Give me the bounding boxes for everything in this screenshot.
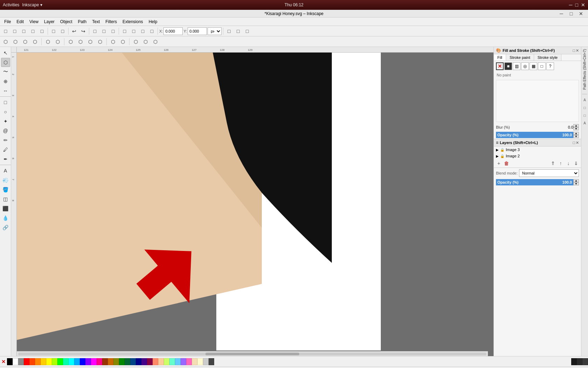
window-close[interactable]: ✕	[577, 9, 585, 18]
node-tool[interactable]: ⬡	[1, 58, 10, 67]
import-btn[interactable]: □	[49, 27, 58, 35]
palette-hot-pink[interactable]	[186, 358, 192, 365]
object-props-btn[interactable]: □	[234, 27, 242, 35]
node-join-seg-btn[interactable]: ⬡	[44, 38, 52, 46]
palette-forest[interactable]	[125, 358, 130, 365]
palette-mint[interactable]	[169, 358, 175, 365]
blend-mode-select[interactable]: Normal Multiply Screen Overlay	[519, 169, 579, 177]
layer-item-2[interactable]: ▶ 🔒 Image 2	[494, 153, 581, 159]
layer-item-3[interactable]: ▶ 🔒 Image 3	[494, 146, 581, 153]
menu-object[interactable]: Object	[57, 19, 75, 25]
palette-dark1[interactable]	[571, 358, 577, 365]
y-input[interactable]	[188, 27, 207, 35]
close-button[interactable]: ✕	[581, 2, 585, 8]
line-seg-btn[interactable]: ⬡	[109, 38, 117, 46]
canvas-area[interactable]: 121 122 123 124 125 126 127 128 129 1 2 …	[11, 47, 493, 356]
activities-label[interactable]: Activities	[3, 2, 19, 7]
minimize-button[interactable]: ─	[569, 2, 573, 8]
x-input[interactable]	[163, 27, 183, 35]
palette-cyan[interactable]	[69, 358, 74, 365]
palette-salmon[interactable]	[153, 358, 158, 365]
palette-blue[interactable]	[80, 358, 85, 365]
palette-teal[interactable]	[63, 358, 69, 365]
paint-bucket[interactable]: 🪣	[1, 185, 10, 194]
connector-tool[interactable]: 🔗	[1, 223, 10, 232]
menu-help[interactable]: Help	[146, 19, 160, 25]
text-tool[interactable]: A	[1, 166, 10, 175]
layers-detach[interactable]: □	[573, 141, 575, 145]
layer3-chevron[interactable]: ▶	[496, 148, 499, 152]
palette-yellow2[interactable]	[46, 358, 52, 365]
save-btn[interactable]: □	[29, 27, 37, 35]
menu-text[interactable]: Text	[89, 19, 103, 25]
palette-green[interactable]	[57, 358, 63, 365]
drawing-canvas[interactable]	[17, 53, 488, 350]
add-layer-btn[interactable]: +	[495, 160, 502, 167]
tab-fill[interactable]: Fill	[494, 54, 506, 61]
tab-stroke-paint[interactable]: Stroke paint	[506, 54, 534, 61]
ungroup-btn[interactable]: □	[148, 27, 156, 35]
maximize-button[interactable]: □	[575, 2, 578, 8]
fill-stroke-close[interactable]: ✕	[576, 48, 579, 53]
palette-pink[interactable]	[97, 358, 102, 365]
palette-skin[interactable]	[192, 358, 197, 365]
pattern-btn[interactable]: ▦	[530, 62, 537, 70]
side-btn2[interactable]: □	[582, 105, 588, 111]
menu-path[interactable]: Path	[75, 19, 90, 25]
duplicate-btn[interactable]: □	[120, 27, 129, 35]
layer-opacity-bar[interactable]: Opacity (%) 100.0	[496, 179, 573, 185]
menu-view[interactable]: View	[27, 19, 41, 25]
pencil-tool[interactable]: ✏	[1, 136, 10, 145]
layer-opacity-down[interactable]: ▼	[573, 182, 579, 185]
palette-gray[interactable]	[18, 358, 24, 365]
palette-black[interactable]	[7, 358, 13, 365]
print-btn[interactable]: □	[38, 27, 46, 35]
window-maximize[interactable]: □	[567, 9, 575, 18]
path-effects-btn[interactable]: □	[225, 27, 233, 35]
inkscape-menu[interactable]: Inkscape ▾	[22, 2, 42, 7]
zoom-fit-draw[interactable]: □	[100, 27, 108, 35]
palette-dark-teal[interactable]	[130, 358, 136, 365]
adjust-tool[interactable]: 〜	[1, 67, 10, 76]
star-tool[interactable]: ✦	[1, 117, 10, 126]
blur-down[interactable]: ▼	[573, 127, 579, 130]
side-btn4[interactable]: A	[582, 120, 588, 127]
zoom-fit-sel[interactable]: □	[109, 27, 117, 35]
window-minimize[interactable]: ─	[557, 9, 566, 18]
palette-maroon[interactable]	[147, 358, 153, 365]
side-btn1[interactable]: A	[582, 97, 588, 103]
palette-purple[interactable]	[141, 358, 147, 365]
node-pen-btn[interactable]: ⬡	[141, 38, 150, 46]
opacity-up[interactable]: ▲	[573, 132, 579, 135]
node-add-btn[interactable]: ⬡	[1, 38, 10, 46]
layer-move-up[interactable]: ↑	[557, 160, 564, 167]
menu-extensions[interactable]: Extensions	[120, 19, 146, 25]
palette-navy[interactable]	[136, 358, 141, 365]
no-paint-btn[interactable]: ✕	[496, 62, 504, 70]
node-del-btn[interactable]: ⬡	[11, 38, 20, 46]
layer-opacity-up[interactable]: ▲	[573, 179, 579, 182]
layer2-chevron[interactable]: ▶	[496, 154, 499, 158]
palette-indigo[interactable]	[85, 358, 91, 365]
palette-magenta[interactable]	[91, 358, 97, 365]
palette-x[interactable]: ✕	[0, 358, 7, 365]
smooth-btn[interactable]: ⬡	[76, 38, 85, 46]
measure-tool[interactable]: ↔	[1, 86, 10, 95]
menu-edit[interactable]: Edit	[14, 19, 27, 25]
circle-tool[interactable]: ○	[1, 107, 10, 116]
palette-dark-gray[interactable]	[209, 358, 214, 365]
blur-up[interactable]: ▲	[573, 124, 579, 127]
linear-grad-btn[interactable]: ▥	[513, 62, 520, 70]
select-tool[interactable]: ↖	[1, 48, 10, 57]
node-join-btn[interactable]: ⬡	[21, 38, 29, 46]
rect-tool[interactable]: □	[1, 98, 10, 107]
redo-btn[interactable]: ↪	[79, 27, 88, 35]
opacity-down[interactable]: ▼	[573, 135, 579, 138]
palette-light-gray[interactable]	[203, 358, 209, 365]
palette-orange[interactable]	[35, 358, 41, 365]
swatch-btn[interactable]: □	[538, 62, 546, 70]
fill-stroke-detach[interactable]: □	[573, 48, 575, 53]
palette-white[interactable]	[13, 358, 18, 365]
layer3-lock[interactable]: 🔒	[500, 148, 504, 152]
palette-brown[interactable]	[102, 358, 108, 365]
